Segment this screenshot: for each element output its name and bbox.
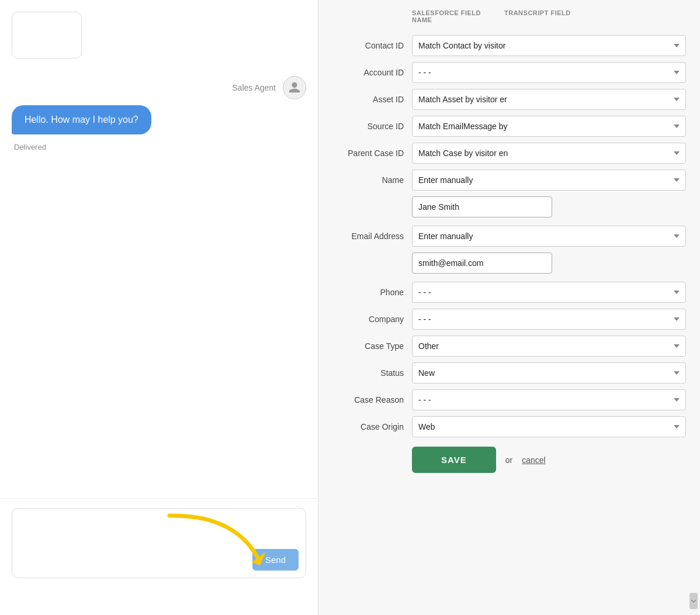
person-icon — [288, 81, 301, 94]
agent-name: Sales Agent — [232, 83, 276, 92]
field-row-parent-case-id: Parent Case ID Match Case by visitor en … — [342, 143, 686, 164]
field-row-case-origin: Case Origin Web Phone Email — [342, 416, 686, 437]
right-panel: SALESFORCE FIELDNAME TRANSCRIPT FIELD Co… — [318, 0, 700, 615]
name-input-row — [342, 196, 686, 217]
label-case-origin: Case Origin — [342, 422, 412, 431]
scroll-indicator — [689, 593, 698, 609]
field-row-contact-id: Contact ID Match Contact by visitor Ente… — [342, 35, 686, 56]
field-row-status: Status New Open Closed — [342, 362, 686, 383]
delivered-label: Delivered — [12, 143, 306, 151]
field-row-account-id: Account ID - - - Enter manually — [342, 62, 686, 83]
field-row-case-type: Case Type Other - - - Question Problem — [342, 336, 686, 357]
select-email[interactable]: Enter manually - - - — [412, 226, 686, 247]
select-asset-id[interactable]: Match Asset by visitor er Enter manually… — [412, 89, 686, 110]
label-account-id: Account ID — [342, 68, 412, 77]
col-header-transcript: TRANSCRIPT FIELD — [504, 9, 571, 23]
label-status: Status — [342, 368, 412, 378]
chat-messages-area: Sales Agent Hello. How may I help you? D… — [0, 0, 318, 498]
select-phone[interactable]: - - - Enter manually — [412, 282, 686, 303]
or-text: or — [505, 455, 512, 465]
select-company[interactable]: - - - Enter manually — [412, 309, 686, 330]
chat-bubble: Hello. How may I help you? — [12, 105, 151, 134]
field-row-asset-id: Asset ID Match Asset by visitor er Enter… — [342, 89, 686, 110]
save-button[interactable]: SAVE — [412, 447, 496, 473]
field-row-email: Email Address Enter manually - - - — [342, 226, 686, 247]
select-name[interactable]: Enter manually - - - — [412, 170, 686, 191]
name-input[interactable] — [412, 196, 552, 217]
select-contact-id[interactable]: Match Contact by visitor Enter manually … — [412, 35, 686, 56]
label-asset-id: Asset ID — [342, 95, 412, 104]
email-input[interactable] — [412, 253, 552, 274]
field-row-company: Company - - - Enter manually — [342, 309, 686, 330]
agent-label-row: Sales Agent — [12, 76, 306, 99]
field-row-name: Name Enter manually - - - — [342, 170, 686, 191]
label-contact-id: Contact ID — [342, 41, 412, 50]
chat-input-area: Send — [0, 498, 318, 615]
chat-panel: Sales Agent Hello. How may I help you? D… — [0, 0, 318, 615]
label-source-id: Source ID — [342, 122, 412, 131]
select-case-origin[interactable]: Web Phone Email — [412, 416, 686, 437]
field-row-case-reason: Case Reason - - - Enter manually — [342, 389, 686, 410]
label-email: Email Address — [342, 232, 412, 241]
label-case-type: Case Type — [342, 341, 412, 351]
save-row: SAVE or cancel — [342, 447, 686, 473]
select-source-id[interactable]: Match EmailMessage by Enter manually - -… — [412, 116, 686, 137]
chat-top-placeholder — [12, 12, 82, 58]
column-headers: SALESFORCE FIELDNAME TRANSCRIPT FIELD — [342, 9, 686, 23]
label-parent-case-id: Parent Case ID — [342, 148, 412, 158]
select-case-type[interactable]: Other - - - Question Problem — [412, 336, 686, 357]
right-panel-inner: SALESFORCE FIELDNAME TRANSCRIPT FIELD Co… — [318, 0, 700, 615]
send-button[interactable]: Send — [252, 549, 299, 571]
chevron-down-icon — [691, 598, 696, 604]
col-header-salesforce: SALESFORCE FIELDNAME — [412, 9, 481, 23]
label-name: Name — [342, 175, 412, 185]
chat-input-box: Send — [12, 508, 306, 578]
select-account-id[interactable]: - - - Enter manually — [412, 62, 686, 83]
label-company: Company — [342, 315, 412, 324]
label-phone: Phone — [342, 288, 412, 297]
field-row-phone: Phone - - - Enter manually — [342, 282, 686, 303]
select-status[interactable]: New Open Closed — [412, 362, 686, 383]
label-case-reason: Case Reason — [342, 395, 412, 405]
cancel-button[interactable]: cancel — [522, 455, 545, 465]
select-parent-case-id[interactable]: Match Case by visitor en Enter manually … — [412, 143, 686, 164]
chat-bubble-row: Hello. How may I help you? — [12, 105, 306, 134]
avatar — [283, 76, 306, 99]
field-row-source-id: Source ID Match EmailMessage by Enter ma… — [342, 116, 686, 137]
select-case-reason[interactable]: - - - Enter manually — [412, 389, 686, 410]
email-input-row — [342, 253, 686, 274]
